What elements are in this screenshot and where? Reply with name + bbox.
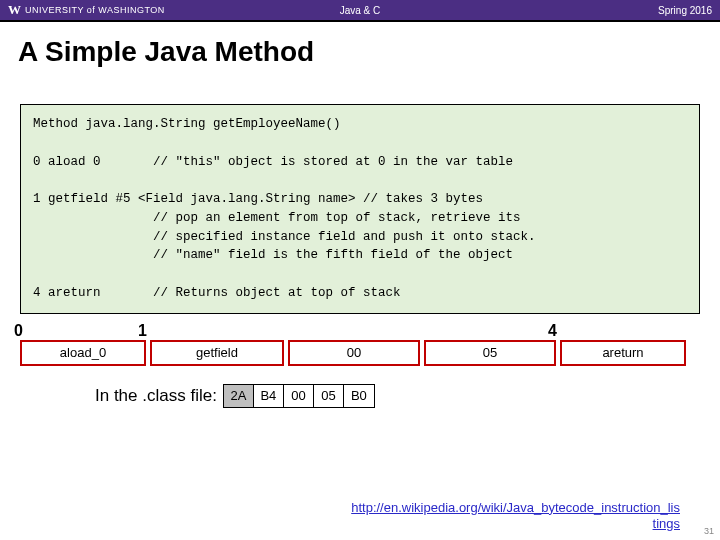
hex-b4: B4 [254, 385, 284, 407]
byte-cell-aload: aload_0 [20, 340, 146, 366]
university-logo: W UNIVERSITY of WASHINGTON [8, 2, 165, 18]
slide-header: W UNIVERSITY of WASHINGTON Java & C Spri… [0, 0, 720, 22]
hex-row: 2A B4 00 05 B0 [223, 384, 375, 408]
offset-1: 1 [138, 322, 147, 340]
hex-05: 05 [314, 385, 344, 407]
wiki-link[interactable]: http://en.wikipedia.org/wiki/Java_byteco… [351, 500, 680, 533]
classfile-row: In the .class file: 2A B4 00 05 B0 [95, 384, 720, 408]
byte-cell-getfield: getfield [150, 340, 284, 366]
page-number: 31 [704, 526, 714, 536]
hex-2a: 2A [224, 385, 254, 407]
classfile-label: In the .class file: [95, 386, 217, 406]
bytecode-row: aload_0 getfield 00 05 areturn [20, 340, 700, 366]
offset-4: 4 [548, 322, 557, 340]
slide-title: A Simple Java Method [0, 22, 720, 74]
logo-mark: W [8, 2, 21, 18]
hex-b0: B0 [344, 385, 374, 407]
header-course: Java & C [340, 5, 381, 16]
byte-cell-05: 05 [424, 340, 556, 366]
byte-cell-00: 00 [288, 340, 420, 366]
wiki-line2[interactable]: tings [653, 516, 680, 531]
code-block: Method java.lang.String getEmployeeName(… [20, 104, 700, 314]
byte-cell-areturn: areturn [560, 340, 686, 366]
header-term: Spring 2016 [658, 5, 712, 16]
wiki-line1[interactable]: http://en.wikipedia.org/wiki/Java_byteco… [351, 500, 680, 515]
offset-0: 0 [14, 322, 23, 340]
logo-text: UNIVERSITY of WASHINGTON [25, 5, 165, 15]
hex-00: 00 [284, 385, 314, 407]
offset-labels: 0 1 4 [20, 322, 700, 340]
